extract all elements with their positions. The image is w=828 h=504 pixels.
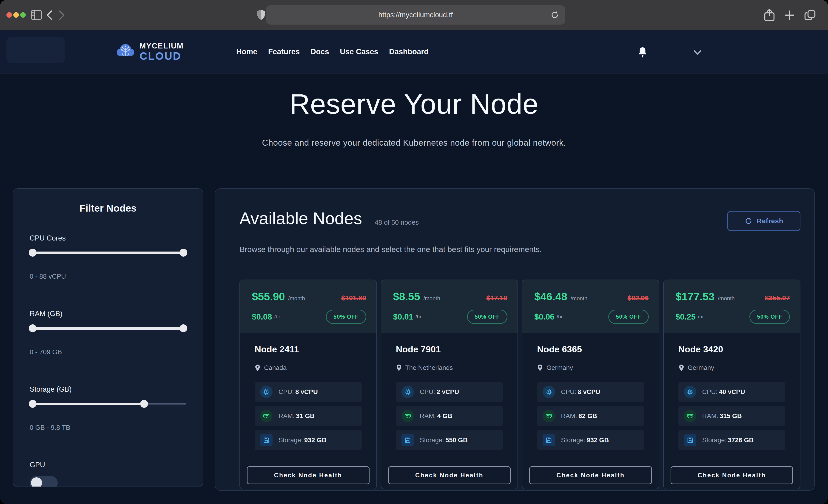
cpu-label: CPU:	[561, 388, 576, 395]
discount-badge: 50% OFF	[749, 310, 790, 324]
share-icon[interactable]	[763, 8, 775, 22]
nav-link-dashboard[interactable]: Dashboard	[389, 47, 428, 56]
back-icon[interactable]	[45, 10, 53, 20]
cpu-spec-row: CPU:40 vCPU	[678, 382, 785, 402]
storage-icon	[684, 434, 696, 446]
ram-slider[interactable]	[30, 324, 187, 332]
url-text: https://myceliumcloud.tf	[378, 11, 453, 19]
monthly-price: $46.48	[534, 290, 567, 303]
hourly-price: $0.06	[534, 312, 554, 321]
location-pin-icon	[678, 364, 685, 372]
hourly-suffix: /hr	[698, 314, 704, 320]
storage-slider[interactable]	[30, 400, 187, 408]
storage-slider-max-thumb[interactable]	[140, 400, 148, 408]
node-cards-row: $55.90 /month $101.80 $0.08 /hr 50% OFF …	[240, 280, 800, 489]
notifications-bell-icon[interactable]	[637, 46, 648, 58]
node-card: $177.53 /month $355.07 $0.25 /hr 50% OFF…	[663, 280, 801, 489]
brand-top-text: MYCELIUM	[139, 42, 183, 50]
check-node-health-label: Check Node Health	[556, 472, 625, 479]
gpu-toggle-knob	[31, 477, 42, 487]
original-price: $355.07	[765, 294, 790, 302]
brand-logo[interactable]: MYCELIUM CLOUD	[116, 30, 183, 74]
node-name: Node 2411	[255, 344, 362, 354]
check-node-health-button[interactable]: Check Node Health	[671, 466, 793, 484]
cpu-spec-row: CPU:8 vCPU	[537, 382, 644, 402]
monthly-suffix: /month	[718, 295, 735, 302]
refresh-button[interactable]: Refresh	[727, 211, 800, 231]
gpu-toggle[interactable]	[30, 476, 58, 487]
cpu-slider-max-thumb[interactable]	[179, 249, 187, 257]
monthly-price: $8.55	[393, 290, 420, 303]
cpu-icon	[684, 386, 696, 398]
nav-links: Home Features Docs Use Cases Dashboard	[236, 30, 428, 74]
close-window-button[interactable]	[6, 12, 12, 18]
address-bar[interactable]: https://myceliumcloud.tf	[266, 5, 565, 25]
slider-active-track	[30, 252, 187, 254]
filter-panel: Filter Nodes CPU Cores 0 - 88 vCPU RAM (…	[13, 188, 203, 487]
cpu-slider-min-thumb[interactable]	[29, 249, 37, 257]
monthly-suffix: /month	[571, 295, 587, 302]
new-tab-icon[interactable]	[784, 10, 795, 21]
ram-label: RAM:	[561, 412, 577, 419]
cpu-icon	[402, 386, 414, 398]
storage-label: Storage:	[279, 436, 303, 444]
forward-icon[interactable]	[58, 10, 66, 20]
zoom-window-button[interactable]	[20, 12, 26, 18]
minimize-window-button[interactable]	[13, 12, 19, 18]
ram-icon	[684, 410, 696, 422]
storage-slider-min-thumb[interactable]	[29, 400, 37, 408]
page-subtitle: Choose and reserve your dedicated Kubern…	[0, 138, 828, 148]
check-node-health-button[interactable]: Check Node Health	[529, 466, 652, 484]
hourly-suffix: /hr	[557, 314, 563, 320]
nav-link-features[interactable]: Features	[268, 47, 300, 56]
cpu-label: CPU:	[702, 388, 718, 395]
storage-icon	[260, 434, 273, 446]
location-pin-icon	[255, 364, 261, 372]
nav-link-home[interactable]: Home	[236, 47, 257, 56]
hourly-price: $0.08	[252, 312, 272, 321]
brand-bottom-text: CLOUD	[139, 50, 183, 61]
cpu-value: 40 vCPU	[719, 388, 745, 395]
card-pricing-header: $177.53 /month $355.07 $0.25 /hr 50% OFF	[664, 280, 800, 333]
privacy-shield-icon[interactable]	[257, 9, 265, 20]
gpu-label: GPU	[30, 461, 187, 469]
discount-badge: 50% OFF	[326, 310, 366, 324]
monthly-price: $55.90	[252, 290, 285, 303]
ram-value: 62 GB	[578, 412, 597, 419]
storage-value: 550 GB	[445, 436, 468, 444]
nav-link-docs[interactable]: Docs	[310, 47, 329, 56]
ram-range-text: 0 - 709 GB	[30, 348, 187, 356]
hourly-price: $0.25	[676, 312, 696, 321]
cpu-value: 2 vCPU	[437, 388, 459, 395]
account-chevron-down-icon[interactable]	[694, 50, 701, 55]
cpu-value: 8 vCPU	[578, 388, 600, 395]
refresh-button-label: Refresh	[757, 217, 783, 225]
check-node-health-label: Check Node Health	[698, 472, 766, 479]
node-card: $46.48 /month $92.96 $0.06 /hr 50% OFF N…	[522, 280, 659, 489]
sidebar-toggle-icon[interactable]	[31, 10, 42, 20]
ram-spec-row: RAM:315 GB	[678, 406, 785, 426]
monthly-price: $177.53	[676, 290, 715, 303]
hourly-price: $0.01	[393, 312, 413, 321]
ram-slider-max-thumb[interactable]	[179, 324, 187, 332]
browser-window: https://myceliumcloud.tf MYCELIUM CLOUD	[0, 0, 828, 504]
ram-slider-min-thumb[interactable]	[29, 324, 37, 332]
tab-overview-icon[interactable]	[804, 9, 817, 22]
storage-value: 932 GB	[304, 436, 327, 444]
node-name: Node 7901	[396, 344, 503, 354]
cpu-label: CPU:	[279, 388, 294, 395]
storage-label: Storage (GB)	[30, 385, 187, 393]
storage-label: Storage:	[702, 436, 727, 444]
cpu-icon	[260, 386, 273, 398]
cpu-value: 8 vCPU	[295, 388, 318, 395]
nav-link-use-cases[interactable]: Use Cases	[340, 47, 378, 56]
check-node-health-button[interactable]: Check Node Health	[247, 466, 370, 484]
node-location: Germany	[546, 364, 573, 372]
check-node-health-button[interactable]: Check Node Health	[388, 466, 511, 484]
storage-range-text: 0 GB - 9.8 TB	[30, 424, 187, 431]
reload-icon[interactable]	[550, 10, 560, 19]
storage-icon	[402, 434, 414, 446]
cpu-cores-slider[interactable]	[30, 249, 187, 257]
storage-spec-row: Storage:550 GB	[396, 430, 503, 450]
ram-spec-row: RAM:4 GB	[396, 406, 503, 426]
